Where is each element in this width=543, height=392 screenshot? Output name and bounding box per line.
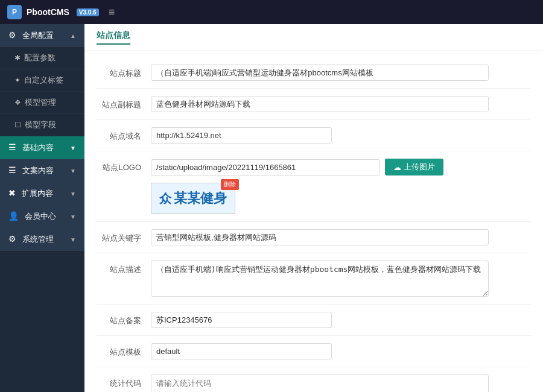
label-site-domain: 站点域名 <box>97 127 151 142</box>
logo-brand-text: 某某健身 <box>174 189 227 207</box>
sidebar-group-quanju[interactable]: ⚙ 全局配置 ▲ <box>0 24 84 47</box>
logo-icon-dumbbell: 众 <box>159 191 171 207</box>
input-site-template[interactable] <box>151 343 332 359</box>
sidebar-group-kuozhaneirong-label: 扩展内容 <box>22 189 53 198</box>
gear-icon: ⚙ <box>8 30 16 40</box>
version-badge: V3.0.6 <box>77 8 99 16</box>
app-logo: P PbootCMS V3.0.6 <box>7 5 99 19</box>
label-site-description: 站点描述 <box>97 261 151 275</box>
upload-btn-label: 上传图片 <box>404 162 435 172</box>
logo-text: 众 某某健身 <box>159 189 227 207</box>
sidebar-group-wenzhaneirong-arrow: ▼ <box>70 168 76 174</box>
sidebar-group-jichuneirongt-label: 基础内容 <box>22 143 54 152</box>
tag-icon: ✦ <box>14 76 21 84</box>
hamburger-button[interactable]: ≡ <box>109 6 115 19</box>
sidebar-group-xitongguanli[interactable]: ⚙ 系统管理 ▼ <box>0 228 84 251</box>
sidebar-group-kuozhaneirong-arrow: ▼ <box>70 191 76 197</box>
user-icon: 👤 <box>8 211 19 221</box>
input-site-icp[interactable] <box>151 312 332 328</box>
sidebar-item-zidingyibiaoqian[interactable]: ✦ 自定义标签 <box>0 69 84 92</box>
sidebar: ⚙ 全局配置 ▲ ✱ 配置参数 ✦ 自定义标签 ❖ 模型管理 ☐ 模型字段 ☰ … <box>0 24 84 392</box>
field-site-title <box>151 65 531 81</box>
logo-icon: P <box>7 5 22 19</box>
sidebar-item-moxingziduan[interactable]: ☐ 模型字段 <box>0 114 84 136</box>
label-site-title: 站点标题 <box>97 65 151 79</box>
form-row-site-description: 站点描述 （自适应手机端)响应式营销型运动健身器材pbootcms网站模板，蓝色… <box>97 253 531 305</box>
field-site-description: （自适应手机端)响应式营销型运动健身器材pbootcms网站模板，蓝色健身器材网… <box>151 261 531 297</box>
input-site-keywords[interactable] <box>151 229 489 245</box>
content-header: 站点信息 <box>84 24 543 51</box>
sidebar-group-jichuneirongt-arrow: ▼ <box>70 145 76 151</box>
content-area: 站点信息 站点标题 站点副标题 站点域名 <box>84 24 543 392</box>
upload-logo-button[interactable]: ☁ 上传图片 <box>385 159 443 175</box>
settings-icon: ⚙ <box>8 234 16 244</box>
content-tab-title: 站点信息 <box>97 30 130 45</box>
sidebar-group-jichuneirongt[interactable]: ☰ 基础内容 ▼ <box>0 136 84 159</box>
form-row-site-domain: 站点域名 <box>97 120 531 151</box>
sidebar-item-moxingguanli-label: 模型管理 <box>25 97 56 108</box>
sidebar-group-xitongguanli-arrow: ▼ <box>70 236 76 243</box>
logo-preview-wrap: 众 某某健身 删除 <box>151 183 235 214</box>
form-row-site-title: 站点标题 <box>97 57 531 89</box>
sidebar-group-kuozhaneirong[interactable]: ✖ 扩展内容 ▼ <box>0 182 84 205</box>
form-row-site-subtitle: 站点副标题 <box>97 89 531 120</box>
label-site-stats: 统计代码 <box>97 375 151 389</box>
sidebar-item-peizhicanshu-label: 配置参数 <box>24 52 56 63</box>
sidebar-item-peizhicanshu[interactable]: ✱ 配置参数 <box>0 47 84 69</box>
field-site-template <box>151 343 531 359</box>
input-site-logo-path[interactable] <box>151 159 380 175</box>
upload-icon: ☁ <box>393 163 401 172</box>
sidebar-group-wenzhaneirong-label: 文案内容 <box>22 166 54 175</box>
form-row-site-logo: 站点LOGO ☁ 上传图片 众 某某健身 <box>97 151 531 222</box>
label-site-keywords: 站点关键字 <box>97 229 151 244</box>
extend-icon: ✖ <box>8 188 16 198</box>
sidebar-group-huiyuanzhongxin-label: 会员中心 <box>25 212 56 221</box>
sidebar-group-xitongguanli-label: 系统管理 <box>22 235 54 244</box>
input-site-title[interactable] <box>151 65 489 81</box>
textarea-site-description[interactable]: （自适应手机端)响应式营销型运动健身器材pbootcms网站模板，蓝色健身器材网… <box>151 261 489 297</box>
form-row-site-template: 站点模板 <box>97 336 531 367</box>
sidebar-group-wenzhaneirong[interactable]: ☰ 文案内容 ▼ <box>0 159 84 182</box>
sidebar-group-huiyuanzhongxin[interactable]: 👤 会员中心 ▼ <box>0 205 84 228</box>
sidebar-group-quanju-label: 全局配置 <box>22 31 54 40</box>
sidebar-group-quanju-arrow: ▲ <box>70 33 76 39</box>
sidebar-item-zidingyibiaoqian-label: 自定义标签 <box>24 75 63 86</box>
form-row-site-icp: 站点备案 <box>97 305 531 336</box>
form-container: 站点标题 站点副标题 站点域名 站点LOGO <box>84 51 543 392</box>
star-icon: ✱ <box>14 54 21 62</box>
label-site-icp: 站点备案 <box>97 312 151 326</box>
field-icon: ☐ <box>14 121 21 129</box>
app-name: PbootCMS <box>27 7 69 17</box>
model-icon: ❖ <box>14 98 21 107</box>
list-icon: ☰ <box>8 142 16 152</box>
field-site-logo: ☁ 上传图片 众 某某健身 删除 <box>151 159 531 214</box>
field-site-keywords <box>151 229 531 245</box>
main-layout: ⚙ 全局配置 ▲ ✱ 配置参数 ✦ 自定义标签 ❖ 模型管理 ☐ 模型字段 ☰ … <box>0 24 543 392</box>
input-site-domain[interactable] <box>151 127 332 144</box>
form-row-site-stats: 统计代码 https://www.huzhan.com/ishop34101 <box>97 367 531 392</box>
field-site-domain <box>151 127 531 144</box>
logo-delete-button[interactable]: 删除 <box>221 179 239 190</box>
sidebar-item-moxingziduan-label: 模型字段 <box>25 119 56 130</box>
form-row-site-keywords: 站点关键字 <box>97 222 531 253</box>
top-bar: P PbootCMS V3.0.6 ≡ <box>0 0 543 24</box>
label-site-template: 站点模板 <box>97 343 151 358</box>
doc-icon: ☰ <box>8 165 16 175</box>
label-site-subtitle: 站点副标题 <box>97 96 151 110</box>
sidebar-group-huiyuanzhongxin-arrow: ▼ <box>70 213 76 220</box>
textarea-site-stats[interactable] <box>151 375 489 392</box>
sidebar-item-moxingguanli[interactable]: ❖ 模型管理 <box>0 92 84 114</box>
label-site-logo: 站点LOGO <box>97 159 151 173</box>
field-site-icp <box>151 312 531 328</box>
field-site-stats: https://www.huzhan.com/ishop34101 <box>151 375 531 392</box>
input-site-subtitle[interactable] <box>151 96 489 112</box>
field-site-subtitle <box>151 96 531 112</box>
